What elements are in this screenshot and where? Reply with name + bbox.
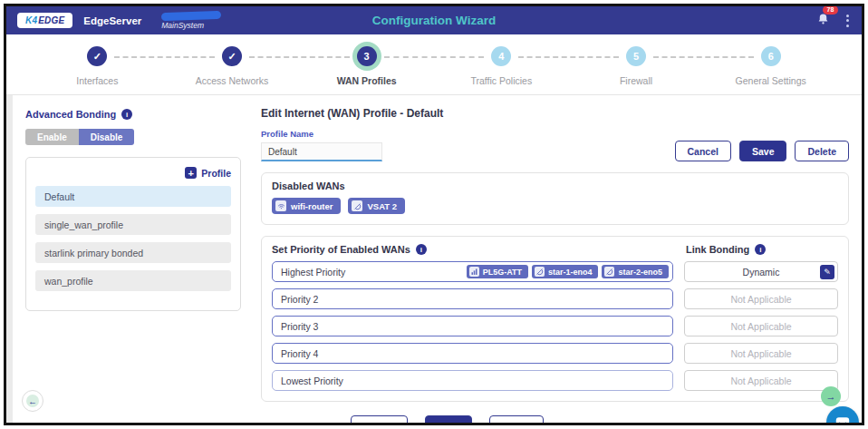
step-circle[interactable]: ✓ xyxy=(87,46,107,66)
system-name: MainSystem xyxy=(161,21,221,30)
satellite-dish-icon xyxy=(352,200,362,211)
save-button[interactable]: Save xyxy=(739,141,787,161)
brand-logo-k4: K4 xyxy=(25,15,37,25)
step-label: Firewall xyxy=(620,75,652,86)
priority-row-2: Priority 2 Not Applicable xyxy=(272,288,838,309)
advanced-bonding-label: Advanced Bonding xyxy=(25,109,116,120)
delete-button[interactable]: Delete xyxy=(795,141,849,161)
kebab-menu-icon[interactable] xyxy=(844,13,851,29)
step-circle[interactable]: ✓ xyxy=(222,46,242,66)
priority-row-lowest: Lowest Priority Not Applicable xyxy=(272,370,838,391)
chip-label: star-2-eno5 xyxy=(618,268,662,277)
bonding-value: Not Applicable xyxy=(730,321,791,332)
next-step-button[interactable]: → xyxy=(821,386,841,406)
add-profile-button[interactable]: + Profile xyxy=(35,167,231,179)
app-header: K4 EDGE EdgeServer MainSystem Configurat… xyxy=(6,6,862,34)
step-label: Interfaces xyxy=(76,75,118,86)
step-traffic-policies[interactable]: 4 Traffic Policies xyxy=(434,46,569,86)
cancel-button-bottom[interactable]: Cancel xyxy=(351,415,407,425)
chip-label: PL5G-ATT xyxy=(483,268,522,277)
priority-row-label: Priority 2 xyxy=(281,294,318,305)
link-bonding-value-highest[interactable]: Dynamic ✎ xyxy=(684,261,838,282)
profile-item-wan-profile[interactable]: wan_profile xyxy=(35,270,231,291)
step-firewall[interactable]: 5 Firewall xyxy=(569,46,704,86)
user-block[interactable]: MainSystem xyxy=(161,12,221,30)
profile-item-single-wan[interactable]: single_wan_profile xyxy=(35,214,231,235)
redacted-username xyxy=(161,10,221,20)
step-general-settings[interactable]: 6 General Settings xyxy=(703,46,838,86)
bottom-action-buttons: Cancel Save Delete xyxy=(261,415,849,425)
content-area: Advanced Bonding i Enable Disable + Prof… xyxy=(6,95,862,425)
disabled-wans-box: Disabled WANs wifi-router VSAT 2 xyxy=(261,172,849,225)
wan-chip-pl5g-att[interactable]: PL5G-ATT xyxy=(467,265,528,278)
step-circle[interactable]: 3 xyxy=(357,46,377,66)
step-label: WAN Profiles xyxy=(337,75,397,86)
link-bonding-value-4: Not Applicable xyxy=(684,343,838,364)
info-icon[interactable]: i xyxy=(416,244,427,255)
wan-chip-star-1-eno4[interactable]: star-1-eno4 xyxy=(532,265,599,278)
chat-bubble-icon xyxy=(834,414,851,425)
priority-slot-lowest[interactable]: Lowest Priority xyxy=(272,370,673,391)
priority-slot-4[interactable]: Priority 4 xyxy=(272,343,673,364)
link-bonding-title: Link Bonding xyxy=(686,244,749,255)
priority-slot-highest[interactable]: Highest Priority PL5G-ATT xyxy=(272,261,673,282)
chip-label: wifi-router xyxy=(291,201,333,211)
profile-list-card: + Profile Default single_wan_profile sta… xyxy=(25,157,241,311)
priority-slot-2[interactable]: Priority 2 xyxy=(272,288,673,309)
edit-bonding-button[interactable]: ✎ xyxy=(820,265,834,279)
profile-item-starlink[interactable]: starlink primary bonded xyxy=(35,242,231,263)
chip-label: star-1-eno4 xyxy=(548,268,593,277)
priority-row-label: Priority 4 xyxy=(281,348,318,359)
link-bonding-value-lowest: Not Applicable xyxy=(684,370,838,391)
priority-slot-3[interactable]: Priority 3 xyxy=(272,316,673,336)
profile-name-label: Profile Name xyxy=(261,129,849,139)
step-circle[interactable]: 5 xyxy=(626,46,646,66)
profile-name-input[interactable] xyxy=(261,142,382,161)
wizard-stepper: ✓ Interfaces ✓ Access Networks 3 WAN Pro… xyxy=(6,34,862,95)
header-actions: 78 xyxy=(816,12,851,30)
top-action-buttons: Cancel Save Delete xyxy=(675,141,849,161)
priority-row-3: Priority 3 Not Applicable xyxy=(272,316,838,336)
product-name: EdgeServer xyxy=(83,15,141,26)
disable-button[interactable]: Disable xyxy=(79,129,135,145)
info-icon[interactable]: i xyxy=(755,244,766,255)
step-access-networks[interactable]: ✓ Access Networks xyxy=(165,46,300,86)
info-icon[interactable]: i xyxy=(121,109,132,120)
wifi-icon xyxy=(275,200,286,211)
cancel-button[interactable]: Cancel xyxy=(675,141,731,161)
delete-button-bottom[interactable]: Delete xyxy=(489,415,544,425)
profile-item-default[interactable]: Default xyxy=(35,186,231,207)
step-wan-profiles[interactable]: 3 WAN Profiles xyxy=(299,46,434,86)
arrow-left-icon: ← xyxy=(28,396,37,406)
brand-logo-edge: EDGE xyxy=(38,15,64,25)
bonding-value: Not Applicable xyxy=(730,294,791,305)
brand-logo[interactable]: K4 EDGE xyxy=(17,13,72,28)
priority-title: Set Priority of Enabled WANs xyxy=(272,244,410,255)
arrow-right-icon: → xyxy=(826,391,836,402)
enable-button[interactable]: Enable xyxy=(25,129,79,145)
profiles-sidebar: Advanced Bonding i Enable Disable + Prof… xyxy=(13,95,250,425)
bonding-value: Not Applicable xyxy=(730,348,791,359)
step-circle[interactable]: 4 xyxy=(491,46,511,66)
step-interfaces[interactable]: ✓ Interfaces xyxy=(30,46,165,86)
priority-row-label: Priority 3 xyxy=(281,321,318,332)
pencil-icon: ✎ xyxy=(824,268,831,277)
cell-tower-icon xyxy=(469,267,479,277)
advanced-bonding-toggle: Enable Disable xyxy=(25,129,134,145)
save-button-bottom[interactable]: Save xyxy=(425,415,473,425)
back-step-button[interactable]: ← xyxy=(22,390,43,412)
plus-icon: + xyxy=(185,167,197,179)
wan-chip-vsat-2[interactable]: VSAT 2 xyxy=(348,198,405,214)
left-scroll-strip xyxy=(6,95,13,425)
edit-profile-panel: Edit Internet (WAN) Profile - Default Pr… xyxy=(250,95,862,425)
link-bonding-value-3: Not Applicable xyxy=(684,316,838,336)
panel-title: Edit Internet (WAN) Profile - Default xyxy=(261,107,849,120)
step-label: Access Networks xyxy=(196,75,269,86)
wan-chip-star-2-eno5[interactable]: star-2-eno5 xyxy=(602,265,669,278)
wan-chip-wifi-router[interactable]: wifi-router xyxy=(272,198,341,214)
app-window: K4 EDGE EdgeServer MainSystem Configurat… xyxy=(4,4,864,425)
priority-row-highest: Highest Priority PL5G-ATT xyxy=(272,261,838,282)
step-circle[interactable]: 6 xyxy=(761,46,781,66)
notification-bell-button[interactable]: 78 xyxy=(816,12,830,30)
add-profile-label: Profile xyxy=(201,168,231,179)
